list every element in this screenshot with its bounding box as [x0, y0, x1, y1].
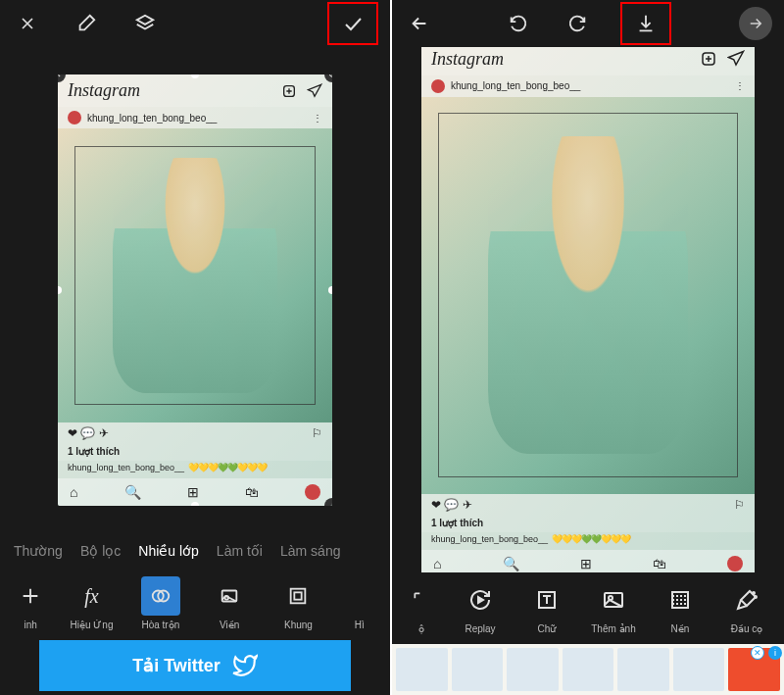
svg-rect-6	[295, 592, 302, 599]
twitter-icon	[232, 653, 258, 678]
ig-header: Instagram	[58, 74, 332, 107]
check-icon[interactable]	[337, 8, 368, 39]
tool-background[interactable]: Nền	[653, 580, 708, 634]
download-icon[interactable]	[630, 8, 662, 39]
ad-shopee[interactable]: ✕ i	[392, 644, 784, 695]
emoji-row: 💛💛💛💚💚💛💛💛	[552, 534, 630, 544]
cut-icon	[402, 580, 441, 620]
ig-likes: 1 lượt thích	[58, 444, 332, 461]
background-icon	[661, 580, 700, 620]
topbar-right	[392, 0, 784, 47]
brush-icon	[727, 580, 766, 620]
ig-bottom-nav: ⌂🔍⊞🛍	[421, 550, 755, 573]
ig-logo: Instagram	[431, 49, 504, 70]
ig-caption-user: khung_long_ten_bong_beo__	[68, 463, 184, 472]
ig-actions: ❤ 💬 ✈ ⚐	[58, 422, 332, 444]
blend-icon	[141, 576, 180, 616]
plus-icon	[11, 576, 50, 616]
image-icon	[594, 580, 633, 620]
tool-frame[interactable]: Khung	[270, 576, 325, 630]
ig-logo: Instagram	[68, 80, 140, 101]
svg-point-13	[755, 596, 757, 598]
next-icon[interactable]	[739, 7, 772, 40]
fx-icon: fx	[72, 576, 111, 616]
editor-main-screen: Instagram khung_long_ten_bong_beo__ ⋮ ❤ …	[392, 0, 784, 695]
avatar	[431, 79, 445, 93]
avatar	[68, 111, 81, 124]
tab-filter[interactable]: Bộ lọc	[80, 543, 121, 559]
ig-userbar: khung_long_ten_bong_beo__ ⋮	[421, 75, 755, 97]
ig-caption: khung_long_ten_bong_beo__ 💛💛💛💚💚💛💛💛	[58, 461, 332, 478]
tool-add[interactable]: inh	[11, 576, 50, 630]
svg-point-12	[753, 592, 755, 594]
ig-caption: khung_long_ten_bong_beo__ 💛💛💛💚💚💛💛💛	[421, 532, 755, 550]
tool-blend[interactable]: Hòa trộn	[133, 576, 188, 630]
editor-layer-screen: Instagram khung_long_ten_bong_beo__ ⋮ ❤ …	[0, 0, 392, 695]
ad-twitter[interactable]: Tải Twitter	[39, 640, 351, 691]
tool-cut[interactable]: Hì	[340, 576, 379, 630]
tool-replay[interactable]: Replay	[453, 580, 508, 634]
ig-username: khung_long_ten_bong_beo__	[451, 80, 580, 91]
svg-rect-5	[291, 589, 306, 604]
crop-frame	[438, 113, 738, 478]
ad-text: Tải Twitter	[132, 655, 220, 676]
confirm-highlight	[327, 2, 378, 45]
eraser-icon[interactable]	[71, 8, 102, 39]
canvas-left[interactable]: Instagram khung_long_ten_bong_beo__ ⋮ ❤ …	[0, 47, 390, 533]
tool-add-image[interactable]: Thêm ảnh	[586, 580, 641, 634]
ig-actions: ❤ 💬 ✈ ⚐	[421, 494, 755, 516]
ig-bottom-nav: ⌂🔍⊞🛍	[58, 478, 332, 506]
tool-border[interactable]: Viền	[202, 576, 257, 630]
back-icon[interactable]	[404, 8, 435, 39]
tab-multilayer[interactable]: Nhiều lớp	[138, 543, 199, 559]
replay-icon	[461, 580, 500, 620]
ig-header-icons	[700, 50, 745, 68]
frame-icon	[278, 576, 318, 616]
tool-text[interactable]: Chữ	[519, 580, 574, 634]
ig-photo	[58, 128, 332, 422]
instagram-result: Instagram khung_long_ten_bong_beo__ ⋮ ❤ …	[421, 47, 755, 572]
topbar-left	[0, 0, 390, 47]
ig-photo	[421, 97, 755, 494]
canvas-right[interactable]: Instagram khung_long_ten_bong_beo__ ⋮ ❤ …	[392, 47, 784, 572]
emoji-row: 💛💛💛💚💚💛💛💛	[188, 463, 267, 472]
border-icon	[210, 576, 249, 616]
layers-icon[interactable]	[129, 8, 161, 39]
tab-normal[interactable]: Thường	[14, 543, 63, 559]
tools-right: ộ Replay Chữ Thêm ảnh Nền Đầu cọ	[392, 572, 784, 644]
close-icon[interactable]	[12, 8, 43, 39]
text-icon	[527, 580, 566, 620]
instagram-layer[interactable]: Instagram khung_long_ten_bong_beo__ ⋮ ❤ …	[58, 74, 332, 506]
tool-brush[interactable]: Đầu cọ	[719, 580, 774, 634]
ig-likes: 1 lượt thích	[421, 516, 755, 532]
ig-header: Instagram	[421, 47, 755, 75]
crop-frame	[74, 146, 316, 405]
ad-info-icon[interactable]: i	[768, 646, 782, 660]
ad-close-icon[interactable]: ✕	[751, 646, 764, 660]
download-highlight	[620, 2, 671, 45]
tool-cut2[interactable]: ộ	[402, 580, 441, 634]
mode-tabs: Thường Bộ lọc Nhiều lớp Làm tối Làm sáng	[0, 533, 390, 569]
ig-userbar: khung_long_ten_bong_beo__ ⋮	[58, 107, 332, 128]
ig-header-icons	[281, 83, 322, 99]
ig-caption-user: khung_long_ten_bong_beo__	[431, 534, 548, 544]
ig-username: khung_long_ten_bong_beo__	[87, 113, 217, 124]
tab-darken[interactable]: Làm tối	[217, 543, 263, 559]
tab-lighten[interactable]: Làm sáng	[280, 543, 340, 559]
redo-icon[interactable]	[562, 8, 593, 39]
tools-left: inh fx Hiệu Ứng Hòa trộn Viền Khung Hì	[0, 569, 390, 640]
undo-icon[interactable]	[503, 8, 534, 39]
tool-effects[interactable]: fx Hiệu Ứng	[64, 576, 119, 630]
